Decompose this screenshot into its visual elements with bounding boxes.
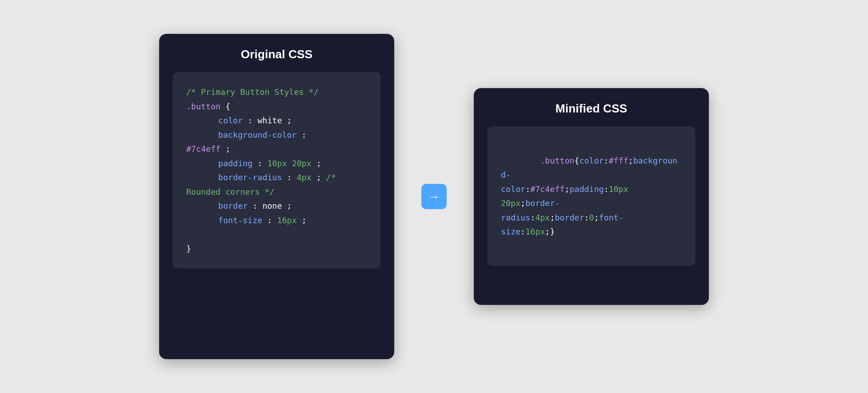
value-padding: 10px 20px (267, 159, 311, 168)
minified-code-line: .button{color:#fff;background-color:#7c4… (501, 139, 682, 253)
comment-text: /* Primary Button Styles */ (186, 87, 319, 97)
minified-css-title: Minified CSS (487, 102, 695, 116)
minified-val-fs: 16px (525, 227, 545, 236)
minified-prop-fs2: size (501, 227, 520, 236)
code-line-selector: .button { (186, 99, 367, 114)
minified-val-padding2: 20px (501, 198, 520, 208)
minified-val-bg: #7c4eff (530, 184, 565, 194)
code-line-color: color : white ; (186, 113, 367, 128)
code-line-background: background-color : (186, 128, 367, 142)
value-border: none (262, 201, 282, 211)
code-line-font-size: font-size : 16px ; (186, 213, 367, 228)
property-background: background-color (218, 130, 297, 140)
property-border: border (218, 201, 248, 211)
minified-val-br: 4px (535, 213, 550, 222)
minified-prop-color: color (579, 156, 604, 165)
code-line-close: } (186, 227, 367, 256)
property-color: color (218, 116, 243, 125)
code-line-rounded-comment: Rounded corners */ (186, 185, 367, 199)
minified-prop-border: border (555, 213, 584, 222)
minified-val-padding: 10px (609, 184, 628, 194)
code-line-border: border : none ; (186, 199, 367, 213)
comment-rounded: /* (326, 173, 336, 182)
minified-val-color: #fff (609, 156, 628, 165)
arrow-container: → (421, 184, 447, 209)
code-line-hex: #7c4eff ; (186, 142, 367, 156)
original-css-title: Original CSS (173, 47, 381, 61)
minified-css-code-block: .button{color:#fff;background-color:#7c4… (487, 126, 695, 266)
minified-prop-fs: font- (599, 213, 623, 222)
value-color: white (258, 116, 282, 125)
close-brace: } (186, 244, 191, 253)
main-container: Original CSS /* Primary Button Styles */… (0, 16, 868, 377)
minified-val-border: 0 (589, 213, 594, 222)
code-line-comment: /* Primary Button Styles */ (186, 85, 367, 99)
value-font-size: 16px (277, 215, 297, 225)
property-font-size: font-size (218, 215, 263, 225)
minified-prop-br: border- (525, 198, 560, 208)
minified-prop-bg2: color (501, 184, 525, 194)
code-line-border-radius: border-radius : 4px ; /* (186, 170, 367, 185)
value-hex: #7c4eff (186, 144, 221, 154)
minified-selector: .button (540, 156, 575, 165)
comment-rounded-text: Rounded corners */ (186, 187, 274, 196)
original-css-panel: Original CSS /* Primary Button Styles */… (159, 34, 394, 359)
arrow-icon: → (421, 184, 447, 209)
selector-text: .button (186, 102, 221, 111)
original-css-code-block: /* Primary Button Styles */ .button { co… (173, 72, 381, 268)
minified-css-panel: Minified CSS .button{color:#fff;backgrou… (474, 88, 709, 305)
property-border-radius: border-radius (218, 173, 282, 182)
open-brace: { (226, 102, 231, 111)
value-border-radius: 4px (297, 173, 311, 182)
minified-prop-padding: padding (570, 184, 604, 194)
property-padding: padding (218, 159, 253, 168)
minified-prop-br2: radius (501, 213, 530, 222)
code-line-padding: padding : 10px 20px ; (186, 156, 367, 171)
